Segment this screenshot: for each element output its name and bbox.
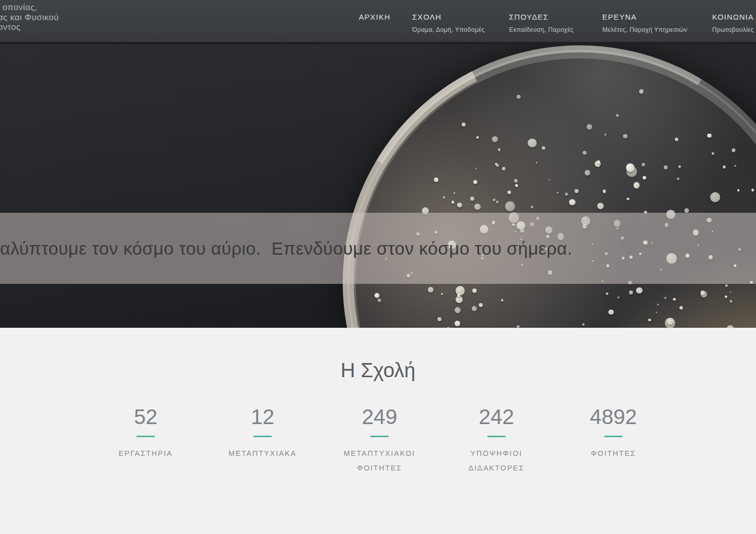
bacteria-colony	[569, 199, 576, 206]
stat-value: 242	[438, 406, 555, 428]
bacteria-colony	[508, 191, 511, 194]
bacteria-colony	[428, 287, 433, 292]
bacteria-colony	[604, 134, 606, 136]
bacteria-colony	[498, 148, 501, 151]
nav-item-studies-sublabel: Εκπαίδευση, Παροχές	[509, 26, 574, 33]
nav-item-home-label: ΑΡΧΙΚΗ	[359, 13, 391, 21]
stat-label: ΕΡΓΑΣΤΗΡΙΑ	[100, 446, 191, 461]
bacteria-colony	[707, 134, 712, 138]
bacteria-colony	[656, 312, 657, 313]
site-logo[interactable]: οπονίας, ας και Φυσικού οντος	[0, 3, 59, 32]
petri-dish-image	[343, 45, 756, 328]
stat-value: 52	[87, 406, 204, 428]
bacteria-colony	[639, 89, 644, 94]
bacteria-colony	[472, 306, 477, 311]
bacteria-colony	[582, 323, 585, 326]
bacteria-colony	[684, 208, 689, 213]
bacteria-colony	[667, 318, 674, 325]
bacteria-colony	[531, 206, 533, 208]
bacteria-colony	[642, 163, 645, 166]
stat-label: ΜΕΤΑΠΤΥΧΙΑΚΑ	[217, 446, 308, 461]
section-title: Η Σχολή	[0, 358, 756, 382]
bacteria-colony	[623, 134, 627, 139]
stat-accent-line	[487, 436, 506, 437]
bacteria-colony	[626, 163, 635, 172]
stat-postgraduate-students: 249 ΜΕΤΑΠΤΥΧΙΑΚΟΙ ΦΟΙΤΗΤΕΣ	[321, 406, 438, 476]
bacteria-colony	[603, 190, 606, 193]
hero-tagline-banner: αλύπτουμε τον κόσμο του αύριο. Επενδύουμ…	[0, 213, 756, 284]
bacteria-colony	[725, 295, 727, 298]
nav-item-school[interactable]: ΣΧΟΛΗ Όραμα, Δομή, Υποδομές	[412, 13, 485, 33]
bacteria-colony	[455, 321, 460, 326]
bacteria-colony	[664, 165, 668, 169]
bacteria-colony	[474, 204, 481, 210]
bacteria-colony	[542, 146, 545, 150]
bacteria-colony	[496, 164, 499, 167]
bacteria-colony	[476, 136, 479, 139]
bacteria-colony	[557, 192, 558, 193]
bacteria-colony	[751, 189, 754, 192]
bacteria-colony	[502, 167, 506, 171]
bacteria-colony	[479, 303, 483, 307]
site-logo-line3: οντος	[0, 22, 21, 32]
bacteria-colony	[515, 184, 518, 187]
bacteria-colony	[737, 189, 740, 192]
bacteria-colony	[701, 290, 705, 294]
hero-section: αλύπτουμε τον κόσμο του αύριο. Επενδύουμ…	[0, 44, 756, 328]
bacteria-colony	[701, 291, 707, 298]
site-logo-line2: ας και Φυσικού	[0, 13, 59, 22]
bacteria-colony	[548, 179, 550, 181]
bacteria-colony	[536, 162, 537, 163]
nav-item-society-sublabel: Πρωτοβουλίες	[712, 26, 754, 33]
bacteria-colony	[678, 165, 681, 168]
bacteria-colony	[679, 306, 683, 310]
bacteria-colony	[462, 123, 466, 127]
bacteria-colony	[665, 318, 676, 328]
nav-item-society[interactable]: ΚΟΙΝΩΝΙΑ Πρωτοβουλίες	[712, 13, 754, 33]
bacteria-colony	[456, 286, 465, 295]
site-header: οπονίας, ας και Φυσικού οντος ΑΡΧΙΚΗ ΣΧΟ…	[0, 0, 756, 44]
stat-label: ΜΕΤΑΠΤΥΧΙΑΚΟΙ ΦΟΙΤΗΤΕΣ	[334, 446, 425, 476]
bacteria-colony	[470, 197, 474, 201]
stat-postgraduate-programs: 12 ΜΕΤΑΠΤΥΧΙΑΚΑ	[204, 406, 321, 476]
bacteria-colony	[597, 203, 604, 209]
nav-item-research[interactable]: ΕΡΕΥΝΑ Μελέτες, Παροχή Υπηρεσιών	[602, 13, 687, 33]
bacteria-colony	[595, 161, 601, 167]
bacteria-colony	[710, 192, 720, 202]
nav-item-studies[interactable]: ΣΠΟΥΔΕΣ Εκπαίδευση, Παροχές	[509, 13, 574, 33]
bacteria-colony	[441, 293, 443, 295]
bacteria-colony	[475, 168, 477, 169]
nav-item-society-label: ΚΟΙΝΩΝΙΑ	[712, 13, 754, 21]
bacteria-colony	[723, 165, 726, 168]
bacteria-colony	[457, 203, 462, 207]
bacteria-colony	[597, 160, 600, 164]
bacteria-colony	[528, 139, 537, 148]
bacteria-colony	[730, 291, 731, 293]
bacteria-colony	[673, 298, 676, 301]
stat-accent-line	[254, 436, 272, 437]
bacteria-colony	[434, 177, 438, 182]
bacteria-colony	[657, 304, 659, 306]
stat-label: ΥΠΟΨΗΦΙΟΙ ΔΙΔΑΚΤΟΡΕΣ	[451, 446, 542, 476]
bacteria-colony	[587, 124, 592, 130]
stats-row: 52 ΕΡΓΑΣΤΗΡΙΑ 12 ΜΕΤΑΠΤΥΧΙΑΚΑ 249 ΜΕΤΑΠΤ…	[87, 406, 672, 476]
bacteria-colony	[643, 176, 646, 180]
bacteria-colony	[501, 299, 503, 302]
bacteria-colony	[456, 296, 462, 303]
bacteria-colony	[565, 193, 568, 196]
nav-item-school-sublabel: Όραμα, Δομή, Υποδομές	[412, 26, 485, 33]
nav-item-home[interactable]: ΑΡΧΙΚΗ	[359, 13, 391, 26]
bacteria-colony	[514, 179, 518, 183]
bacteria-colony	[443, 196, 446, 199]
bacteria-colony	[492, 136, 498, 142]
stat-accent-line	[370, 436, 389, 437]
nav-item-research-label: ΕΡΕΥΝΑ	[602, 13, 687, 21]
bacteria-colony	[712, 152, 714, 155]
page: αλύπτουμε τον κόσμο του αύριο. Επενδύουμ…	[0, 0, 756, 534]
site-logo-line1: οπονίας,	[0, 3, 37, 12]
bacteria-colony	[730, 300, 732, 303]
nav-item-studies-label: ΣΠΟΥΔΕΣ	[509, 13, 574, 21]
nav-item-research-sublabel: Μελέτες, Παροχή Υπηρεσιών	[602, 26, 687, 33]
nav-item-school-label: ΣΧΟΛΗ	[412, 13, 485, 21]
bacteria-colony	[505, 201, 515, 211]
